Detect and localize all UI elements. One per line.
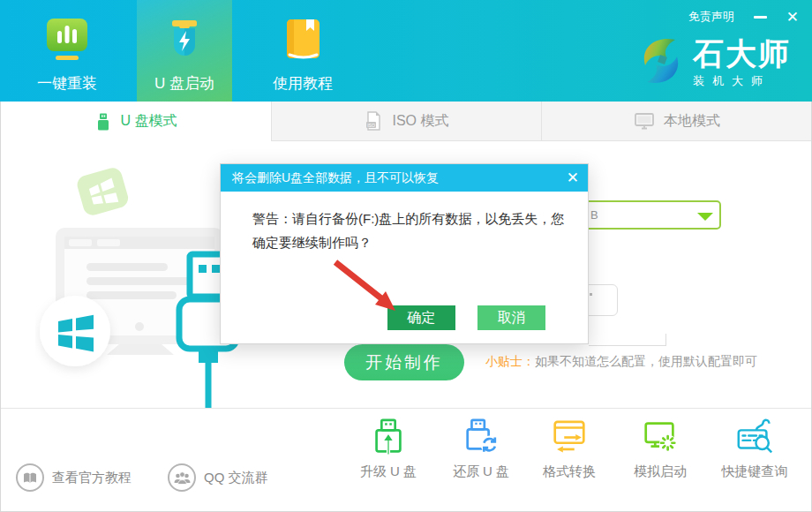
windows-tile-icon bbox=[75, 168, 131, 217]
brand-name: 石大师 bbox=[693, 37, 791, 71]
chevron-down-icon bbox=[697, 213, 713, 221]
usb-icon bbox=[94, 113, 112, 131]
official-tutorial-link[interactable]: 查看官方教程 bbox=[16, 463, 132, 492]
tip-content: 如果不知道怎么配置，使用默认配置即可 bbox=[535, 354, 757, 368]
reinstall-chart-icon bbox=[43, 18, 91, 68]
footer-link-label: QQ 交流群 bbox=[204, 470, 268, 486]
tool-simulate-boot[interactable]: 模拟启动 bbox=[620, 418, 700, 480]
group-icon bbox=[168, 463, 196, 492]
footer-tool-label: 升级 U 盘 bbox=[360, 463, 417, 480]
confirm-delete-dialog: 将会删除U盘全部数据，且不可以恢复 ✕ 警告：请自行备份(F:)盘上的所有数据，… bbox=[220, 163, 589, 344]
tip-text-row: 小贴士：如果不知道怎么配置，使用默认配置即可 bbox=[485, 354, 757, 370]
brand-logo: 石大师 装机大师 bbox=[636, 34, 791, 92]
disclaimer-link[interactable]: 免责声明 bbox=[688, 9, 734, 25]
cancel-button[interactable]: 取消 bbox=[477, 305, 545, 330]
mode-tab-bar: U 盘模式 ISO ISO 模式 本地模式 bbox=[0, 102, 812, 141]
footer-tool-label: 模拟启动 bbox=[634, 463, 687, 480]
nav-item-label: U 盘启动 bbox=[154, 73, 214, 94]
footer-tool-label: 快捷键查询 bbox=[722, 463, 788, 480]
iso-file-icon: ISO bbox=[364, 111, 383, 131]
book-icon bbox=[16, 463, 44, 492]
close-icon[interactable]: ✕ bbox=[786, 10, 799, 25]
nav-item-label: 一键重装 bbox=[37, 73, 97, 94]
tab-label: ISO 模式 bbox=[392, 112, 448, 131]
monitor-icon bbox=[634, 111, 655, 131]
dialog-title-bar: 将会删除U盘全部数据，且不可以恢复 ✕ bbox=[221, 164, 588, 192]
format-convert-icon bbox=[549, 418, 590, 458]
minimize-icon[interactable] bbox=[754, 16, 767, 19]
nav-item-tutorial[interactable]: 使用教程 bbox=[253, 0, 352, 102]
tool-format-convert[interactable]: 格式转换 bbox=[530, 418, 609, 480]
dialog-message: 警告：请自行备份(F:)盘上的所有数据，以免丢失，您确定要继续制作吗？ bbox=[252, 207, 572, 254]
tutorial-book-icon bbox=[279, 18, 327, 68]
tool-hotkey-query[interactable]: 快捷键查询 bbox=[715, 418, 794, 480]
nav-item-reinstall[interactable]: 一键重装 bbox=[18, 0, 117, 102]
nav-item-label: 使用教程 bbox=[273, 73, 333, 94]
usb-restore-icon bbox=[461, 418, 501, 458]
svg-text:ISO: ISO bbox=[368, 123, 376, 128]
usb-install-illustration bbox=[35, 168, 247, 408]
brand-subtitle: 装机大师 bbox=[693, 73, 791, 89]
tab-label: U 盘模式 bbox=[121, 112, 177, 131]
tab-iso-mode[interactable]: ISO ISO 模式 bbox=[271, 102, 541, 141]
titlebar-controls: 免责声明 ✕ bbox=[688, 9, 799, 25]
tip-label: 小贴士： bbox=[485, 354, 535, 368]
windows-badge-icon bbox=[40, 296, 110, 366]
occluded-box-border bbox=[589, 345, 666, 346]
start-make-button[interactable]: 开始制作 bbox=[344, 344, 464, 380]
footer-bar: 查看官方教程 QQ 交流群 bbox=[0, 408, 812, 512]
app-window: 一键重装 U 盘启动 bbox=[0, 0, 812, 512]
qq-group-link[interactable]: QQ 交流群 bbox=[168, 463, 268, 492]
tab-usb-mode[interactable]: U 盘模式 bbox=[0, 102, 271, 141]
shidashi-swirl-icon bbox=[636, 34, 686, 92]
nav-item-usb-boot[interactable]: U 盘启动 bbox=[137, 0, 232, 102]
tool-upgrade-usb[interactable]: 升级 U 盘 bbox=[349, 418, 428, 480]
tab-local-mode[interactable]: 本地模式 bbox=[541, 102, 812, 141]
confirm-button[interactable]: 确定 bbox=[387, 305, 455, 330]
usb-capacity-fragment: B bbox=[590, 208, 598, 222]
occluded-box-border bbox=[665, 334, 666, 346]
hotkey-search-icon bbox=[733, 418, 776, 458]
usb-upgrade-icon bbox=[368, 418, 409, 458]
footer-tool-label: 格式转换 bbox=[543, 463, 596, 480]
usb-boot-shield-icon bbox=[161, 18, 208, 68]
dialog-close-icon[interactable]: ✕ bbox=[567, 164, 579, 192]
header-bar: 一键重装 U 盘启动 bbox=[0, 0, 812, 102]
footer-tool-label: 还原 U 盘 bbox=[453, 463, 509, 480]
dialog-title: 将会删除U盘全部数据，且不可以恢复 bbox=[232, 170, 439, 184]
simulate-boot-icon bbox=[640, 418, 680, 458]
tab-label: 本地模式 bbox=[664, 112, 720, 131]
footer-link-label: 查看官方教程 bbox=[52, 470, 132, 486]
tool-restore-usb[interactable]: 还原 U 盘 bbox=[441, 418, 521, 480]
